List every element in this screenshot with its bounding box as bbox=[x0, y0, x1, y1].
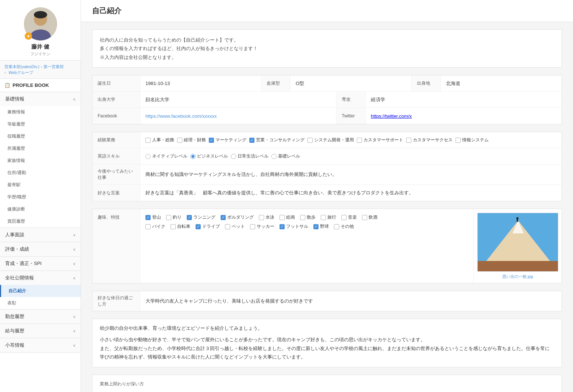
cb-bike: バイク bbox=[145, 223, 165, 230]
sidebar-section-eval-header[interactable]: 評価・成績 ∨ bbox=[0, 242, 81, 256]
rb-daily-btn[interactable] bbox=[231, 154, 236, 159]
cb-running-box[interactable]: ✓ bbox=[187, 215, 192, 220]
cb-painting-box[interactable] bbox=[280, 215, 285, 220]
cb-pet-box[interactable] bbox=[225, 224, 230, 229]
university-row: 出身大学 顔名比大学 専攻 経済学 bbox=[92, 92, 562, 108]
birthday-label: 誕生日 bbox=[92, 75, 140, 91]
profile-book-header: 📋 PROFILE BOOK bbox=[0, 79, 81, 92]
sidebar-item-commendation[interactable]: 表彰 bbox=[0, 297, 81, 309]
major-value: 経済学 bbox=[366, 92, 562, 107]
cb-cx-box[interactable] bbox=[406, 138, 411, 143]
hobbies-checkboxes-row2: バイク 自転車 ✓ドライブ ペット サッカー ✓フットサル ✓野球 その他 bbox=[145, 223, 468, 230]
sidebar-section-attendance-header[interactable]: 勤怠履歴 ∨ bbox=[0, 310, 81, 324]
cb-hr-box[interactable] bbox=[145, 138, 151, 143]
cb-system: システム開発・運用 bbox=[307, 137, 354, 143]
cb-pet: ペット bbox=[225, 223, 245, 230]
twitter-label: Twitter bbox=[336, 108, 366, 124]
sidebar-item-education[interactable]: 学歴/職歴 bbox=[0, 191, 81, 203]
sidebar-item-self-intro[interactable]: 自己紹介 bbox=[0, 285, 81, 297]
sidebar-item-grade[interactable]: 等級履歴 bbox=[0, 118, 81, 130]
facebook-link[interactable]: https://www.facebook.com/xxxxxx bbox=[145, 113, 217, 119]
cb-walk: 散歩 bbox=[300, 214, 316, 220]
english-label: 英語スキル bbox=[92, 148, 140, 164]
cb-baseball-box[interactable]: ✓ bbox=[313, 224, 319, 229]
bio-text: 小さい頃から虫や動物が好きで、半そで短パンで屋外にいることが多かったです。現在の… bbox=[100, 335, 554, 361]
cb-bicycle-box[interactable] bbox=[171, 224, 176, 229]
fav-words-value: 好きな言葉は「真善美」 顧客へ真の価値を提供し、常に善の心で仕事に向き合い、美で… bbox=[140, 185, 562, 201]
star-badge: ★ bbox=[25, 32, 32, 40]
birthplace-value: 北海道 bbox=[441, 75, 562, 91]
salary-label: 給与履歴 bbox=[5, 328, 24, 334]
sidebar-item-position[interactable]: 役職履歴 bbox=[0, 130, 81, 142]
sidebar-item-family[interactable]: 家族情報 bbox=[0, 155, 81, 167]
rb-native-btn[interactable] bbox=[145, 154, 151, 159]
cb-baseball: ✓野球 bbox=[313, 223, 329, 230]
cb-cs-box[interactable] bbox=[357, 138, 362, 143]
svg-point-3 bbox=[34, 11, 47, 18]
cb-fishing-box[interactable] bbox=[166, 215, 171, 220]
cb-futsal: ✓フットサル bbox=[280, 223, 308, 230]
cb-travel-box[interactable] bbox=[321, 215, 326, 220]
cb-walk-box[interactable] bbox=[300, 215, 305, 220]
cb-soccer: サッカー bbox=[250, 223, 274, 230]
rb-business-btn[interactable] bbox=[190, 154, 196, 159]
sidebar-item-address[interactable]: 住所/通勤 bbox=[0, 167, 81, 179]
cb-cx: カスタマーサクセス bbox=[406, 137, 453, 143]
sidebar-item-affiliation[interactable]: 所属履歴 bbox=[0, 142, 81, 155]
sidebar-section-interview: 人事面談 ∨ bbox=[0, 228, 81, 242]
cb-marketing-box[interactable]: ✓ bbox=[209, 138, 214, 143]
sidebar-section-basics: 基礎情報 ∧ 兼務情報 等級履歴 役職履歴 所属履歴 家族情報 住所/通勤 最寄… bbox=[0, 92, 81, 228]
cb-swimming-box[interactable] bbox=[259, 215, 264, 220]
cb-info-box[interactable] bbox=[456, 138, 461, 143]
dept-link1[interactable]: 営業本部(salesDiv.) bbox=[4, 64, 39, 69]
cb-sales-box[interactable]: ✓ bbox=[249, 138, 254, 143]
svg-rect-8 bbox=[517, 219, 518, 222]
cb-travel: 旅行 bbox=[321, 214, 336, 220]
sidebar-section-salary-header[interactable]: 給与履歴 ∨ bbox=[0, 324, 81, 338]
sidebar-name: 藤井 健 bbox=[31, 43, 49, 50]
english-row: 英語スキル ネイティブレベル ビジネスレベル 日常生活レベル 基礎レベル bbox=[92, 148, 562, 165]
attendance-label: 勤怠履歴 bbox=[5, 313, 24, 320]
future-row: 今後やってみたい仕事 商材に関する知識やマーケティングスキルを活かし、自社商材の… bbox=[92, 165, 562, 185]
cb-cs: カスタマーサポート bbox=[357, 137, 403, 143]
cb-painting: 絵画 bbox=[280, 214, 295, 220]
sidebar-section-interview-header[interactable]: 人事面談 ∨ bbox=[0, 228, 81, 242]
dept-link3[interactable]: Webグループ bbox=[8, 70, 33, 75]
rb-business: ビジネスレベル bbox=[190, 153, 228, 159]
page-title: 自己紹介 bbox=[92, 6, 562, 16]
sidebar-item-health[interactable]: 健康診断 bbox=[0, 203, 81, 215]
sidebar-item-concurrent[interactable]: 兼務情報 bbox=[0, 106, 81, 118]
svg-rect-6 bbox=[478, 261, 558, 272]
cb-music-box[interactable] bbox=[341, 215, 347, 220]
sidebar-section-training-header[interactable]: 育成・適正・SPI ∨ bbox=[0, 257, 81, 271]
cb-system-box[interactable] bbox=[307, 138, 313, 143]
sidebar-section-eval: 評価・成績 ∨ bbox=[0, 242, 81, 257]
cb-hiking-box[interactable]: ✓ bbox=[145, 215, 151, 220]
twitter-value: https://twitter.com/x bbox=[366, 108, 562, 124]
cb-sales: ✓営業・コンサルティング bbox=[249, 137, 305, 143]
cb-bike-box[interactable] bbox=[145, 224, 151, 229]
svg-point-9 bbox=[516, 217, 518, 219]
dept-link2[interactable]: 第一営業部 bbox=[43, 64, 64, 69]
cb-drive-box[interactable]: ✓ bbox=[196, 224, 201, 229]
bio-section: 幼少期の自分や出来事、育った環境などエピソードを紹介してみましょう。 小さい頃か… bbox=[92, 319, 562, 367]
sidebar-item-awards[interactable]: 賞罰履歴 bbox=[0, 215, 81, 227]
birthday-row: 誕生日 1981-10-13 血液型 O型 出身地 北海道 bbox=[92, 75, 562, 92]
university-value: 顔名比大学 bbox=[140, 92, 336, 107]
cb-soccer-box[interactable] bbox=[250, 224, 255, 229]
cb-futsal-box[interactable]: ✓ bbox=[280, 224, 285, 229]
eval-label: 評価・成績 bbox=[5, 246, 29, 252]
sidebar-section-gossip: 小耳情報 ∨ bbox=[0, 338, 81, 353]
basics-label: 基礎情報 bbox=[5, 96, 24, 102]
twitter-link[interactable]: https://twitter.com/x bbox=[371, 113, 412, 119]
cb-bouldering-box[interactable]: ✓ bbox=[221, 215, 226, 220]
sidebar-section-gossip-header[interactable]: 小耳情報 ∨ bbox=[0, 338, 81, 352]
rb-basic-btn[interactable] bbox=[271, 154, 277, 159]
sidebar-item-station[interactable]: 最寄駅 bbox=[0, 179, 81, 191]
cb-drinking-box[interactable] bbox=[362, 215, 367, 220]
cb-finance-box[interactable] bbox=[177, 138, 182, 143]
cb-other-box[interactable] bbox=[334, 224, 339, 229]
colleagues-label: 業務上関わりが深い方 bbox=[100, 381, 554, 387]
sidebar-section-basics-header[interactable]: 基礎情報 ∧ bbox=[0, 92, 81, 106]
sidebar-section-public-header[interactable]: 全社公開情報 ∧ bbox=[0, 271, 81, 285]
